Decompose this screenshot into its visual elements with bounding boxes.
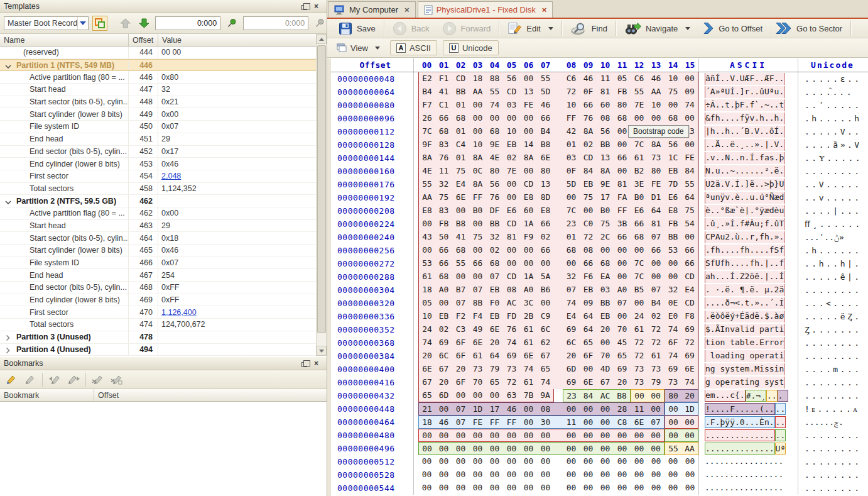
hex-byte-cell[interactable]: 68 xyxy=(452,112,469,125)
hex-byte-cell[interactable]: 02 xyxy=(648,310,665,323)
hex-byte-cell[interactable]: 1A xyxy=(520,270,537,284)
hex-byte-cell[interactable]: 24 xyxy=(418,323,435,336)
ascii-cell[interactable]: #.¬¸ xyxy=(746,390,766,402)
scroll-up-icon[interactable] xyxy=(317,34,327,44)
hex-byte-cell[interactable]: 79 xyxy=(486,363,503,376)
hex-byte-cell[interactable]: 4E xyxy=(418,165,435,178)
hex-byte-cell[interactable]: 0C xyxy=(469,165,486,178)
hex-byte-cell[interactable]: 4D xyxy=(597,363,614,376)
hex-byte-cell[interactable]: B0 xyxy=(597,204,614,218)
hex-byte-cell[interactable]: BB xyxy=(597,138,614,152)
hex-byte-cell[interactable]: 68 xyxy=(665,112,681,125)
hex-byte-cell[interactable]: 00 xyxy=(486,468,503,482)
hex-byte-cell[interactable]: 00 xyxy=(597,402,614,416)
ascii-cell[interactable]: ................ xyxy=(705,456,783,468)
template-row[interactable]: File system ID4500x07 xyxy=(0,121,316,133)
template-row[interactable]: (reserved)44400 00 xyxy=(0,47,316,59)
hex-byte-cell[interactable]: AA xyxy=(681,442,698,455)
hex-byte-cell[interactable]: 00 xyxy=(665,416,681,429)
hex-byte-cell[interactable]: 80 xyxy=(614,99,631,112)
hex-byte-cell[interactable]: 30 xyxy=(537,416,554,429)
hex-byte-cell[interactable]: 10 xyxy=(503,125,520,138)
hex-byte-cell[interactable]: 70 xyxy=(614,323,631,336)
hex-byte-cell[interactable]: 00 xyxy=(580,468,597,482)
hex-byte-cell[interactable]: 8A xyxy=(469,152,486,165)
hex-byte-cell[interactable]: 6E xyxy=(580,376,597,389)
hex-byte-cell[interactable]: 00 xyxy=(520,416,537,429)
hex-byte-cell[interactable]: B6 xyxy=(537,284,554,297)
add-bookmark-button[interactable] xyxy=(3,372,19,387)
hex-byte-cell[interactable]: 68 xyxy=(435,270,452,284)
hex-byte-cell[interactable]: E6 xyxy=(503,204,520,218)
hex-byte-cell[interactable]: 00 xyxy=(452,389,469,402)
hex-byte-cell[interactable]: E6 xyxy=(631,204,648,218)
hex-byte-cell[interactable]: 00 xyxy=(681,455,698,468)
hex-byte-cell[interactable]: FE xyxy=(681,152,698,165)
hex-byte-cell[interactable]: 20 xyxy=(418,350,435,363)
hex-byte-cell[interactable]: CD xyxy=(503,270,520,284)
hex-byte-cell[interactable]: 73 xyxy=(648,152,665,165)
ascii-cell[interactable]: em...c{. xyxy=(705,390,746,402)
hex-byte-cell[interactable]: 74 xyxy=(681,376,698,389)
hex-byte-cell[interactable]: 41 xyxy=(435,85,452,99)
hex-byte-cell[interactable]: 07 xyxy=(452,402,469,416)
hex-byte-cell[interactable]: 01 xyxy=(452,152,469,165)
hex-byte-cell[interactable]: 56 xyxy=(597,125,614,138)
hex-byte-cell[interactable]: 6F xyxy=(665,336,681,350)
hex-byte-cell[interactable]: 00 xyxy=(563,482,580,495)
hex-byte-cell[interactable]: B4 xyxy=(418,85,435,99)
hex-byte-cell[interactable]: 73 xyxy=(648,363,665,376)
hex-byte-cell[interactable]: 00 xyxy=(435,455,452,468)
hex-byte-cell[interactable]: 3E xyxy=(631,178,648,191)
hex-byte-cell[interactable]: 00 xyxy=(469,218,486,231)
hex-byte-cell[interactable]: 81 xyxy=(503,231,520,244)
hex-byte-cell[interactable]: 5D xyxy=(537,85,554,99)
hex-byte-cell[interactable]: 07 xyxy=(614,297,631,310)
hex-byte-cell[interactable]: 84 xyxy=(580,389,597,402)
hex-byte-cell[interactable]: 83 xyxy=(435,204,452,218)
hex-byte-cell[interactable]: B8 xyxy=(452,218,469,231)
hex-byte-cell[interactable]: 46 xyxy=(537,99,554,112)
hex-byte-cell[interactable]: 00 xyxy=(503,482,520,495)
hex-byte-cell[interactable]: 02 xyxy=(435,323,452,336)
hex-byte-cell[interactable]: 6E xyxy=(631,416,648,429)
hex-byte-cell[interactable]: A0 xyxy=(435,284,452,297)
forward-button[interactable]: Forward xyxy=(436,20,497,37)
hex-byte-cell[interactable]: 61 xyxy=(520,376,537,389)
hex-byte-cell[interactable]: 00 xyxy=(681,416,698,429)
hex-byte-cell[interactable]: 1C xyxy=(665,152,681,165)
next-bookmark-button[interactable] xyxy=(65,372,82,387)
hex-byte-cell[interactable]: 00 xyxy=(520,72,537,85)
hex-byte-cell[interactable]: E8 xyxy=(418,204,435,218)
hex-byte-cell[interactable]: E8 xyxy=(520,191,537,204)
hex-byte-cell[interactable]: 6D xyxy=(563,363,580,376)
hex-byte-cell[interactable]: EB xyxy=(435,310,452,323)
hex-byte-cell[interactable]: 11 xyxy=(435,165,452,178)
hex-byte-cell[interactable]: E4 xyxy=(681,284,698,297)
hex-byte-cell[interactable]: FF xyxy=(469,191,486,204)
hex-byte-cell[interactable]: 55 xyxy=(681,178,698,191)
hex-byte-cell[interactable]: CD xyxy=(452,72,469,85)
hex-byte-cell[interactable]: 7C xyxy=(418,125,435,138)
hex-byte-cell[interactable]: 8A xyxy=(418,152,435,165)
hex-byte-cell[interactable]: 00 xyxy=(563,442,580,455)
hex-byte-cell[interactable]: 18 xyxy=(418,416,435,429)
template-row[interactable]: Total sectors474124,700,672 xyxy=(0,319,316,331)
hex-byte-cell[interactable]: 75 xyxy=(469,231,486,244)
hex-byte-cell[interactable]: 07 xyxy=(452,297,469,310)
hex-byte-cell[interactable]: 00 xyxy=(435,429,452,442)
hex-byte-cell[interactable]: 00 xyxy=(520,442,537,455)
template-row[interactable]: End sector (bits 0-5), cylin...4680xFF xyxy=(0,282,316,294)
hex-byte-cell[interactable]: 6C xyxy=(537,323,554,336)
hex-byte-cell[interactable]: 2B xyxy=(520,310,537,323)
hex-byte-cell[interactable]: 00 xyxy=(681,231,698,244)
hex-byte-cell[interactable]: 00 xyxy=(503,178,520,191)
hex-byte-cell[interactable]: 68 xyxy=(435,125,452,138)
hex-byte-cell[interactable]: 13 xyxy=(537,178,554,191)
hex-byte-cell[interactable]: 00 xyxy=(435,482,452,495)
hex-byte-cell[interactable]: 76 xyxy=(435,152,452,165)
hex-byte-cell[interactable]: 00 xyxy=(520,468,537,482)
templates-scrollbar[interactable] xyxy=(316,34,327,356)
hex-byte-cell[interactable]: 64 xyxy=(486,350,503,363)
hex-byte-cell[interactable]: 74 xyxy=(503,336,520,350)
